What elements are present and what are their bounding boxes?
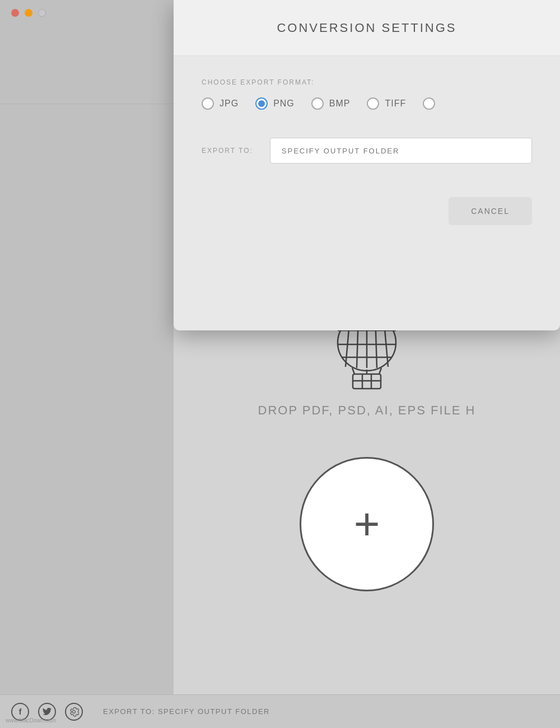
facebook-icon: f — [19, 707, 22, 716]
format-label-png: PNG — [273, 99, 295, 109]
format-options: JPG PNG BMP TIFF — [202, 97, 532, 110]
traffic-lights — [11, 9, 46, 17]
modal-body: CHOOSE EXPORT FORMAT: JPG PNG BMP — [174, 56, 560, 248]
watermark-text: www.MacDown.com — [6, 717, 56, 724]
drop-text: DROP PDF, PSD, Ai, EPS FILE H — [258, 403, 476, 418]
format-label-jpg: JPG — [220, 99, 239, 109]
svg-line-11 — [379, 368, 381, 374]
drop-zone[interactable]: DROP PDF, PSD, Ai, EPS FILE H + — [174, 302, 560, 638]
modal-buttons: CANCEL — [202, 197, 532, 225]
bottom-export-text: EXPORT TO: SPECIFY OUTPUT FOLDER — [103, 707, 270, 716]
format-option-png[interactable]: PNG — [255, 97, 295, 110]
cancel-button[interactable]: CANCEL — [449, 197, 532, 225]
radio-other[interactable] — [423, 97, 435, 110]
sidebar-separator — [0, 104, 174, 104]
export-to-input[interactable] — [270, 138, 532, 164]
export-to-label: EXPORT TO: — [202, 147, 253, 155]
export-to-row: EXPORT TO: — [202, 138, 532, 164]
svg-line-9 — [352, 368, 354, 374]
format-label-bmp: BMP — [329, 99, 351, 109]
format-section-label: CHOOSE EXPORT FORMAT: — [202, 78, 532, 86]
bottom-bar: f EXPORT TO: SPECIFY OUTPUT FOLDER www.M… — [0, 694, 560, 728]
watermark: www.MacDown.com — [6, 717, 56, 724]
modal-title-bar: CONVERSION SETTINGS — [174, 0, 560, 56]
twitter-icon — [43, 708, 52, 716]
sidebar — [0, 0, 174, 728]
format-option-bmp[interactable]: BMP — [311, 97, 351, 110]
radio-bmp[interactable] — [311, 97, 324, 110]
format-option-jpg[interactable]: JPG — [202, 97, 239, 110]
add-file-button[interactable]: + — [300, 457, 434, 591]
format-option-tiff[interactable]: TIFF — [367, 97, 406, 110]
conversion-settings-dialog: CONVERSION SETTINGS CHOOSE EXPORT FORMAT… — [174, 0, 560, 330]
format-label-tiff: TIFF — [385, 99, 406, 109]
modal-title: CONVERSION SETTINGS — [277, 21, 456, 35]
format-option-other[interactable] — [423, 97, 435, 110]
settings-icon-button[interactable] — [65, 703, 83, 721]
plus-icon: + — [354, 502, 380, 547]
radio-png[interactable] — [255, 97, 268, 110]
minimize-button[interactable] — [25, 9, 32, 17]
radio-png-dot — [258, 100, 265, 107]
settings-icon — [69, 707, 79, 717]
radio-tiff[interactable] — [367, 97, 379, 110]
radio-jpg[interactable] — [202, 97, 214, 110]
maximize-button[interactable] — [38, 9, 46, 17]
close-button[interactable] — [11, 9, 19, 17]
